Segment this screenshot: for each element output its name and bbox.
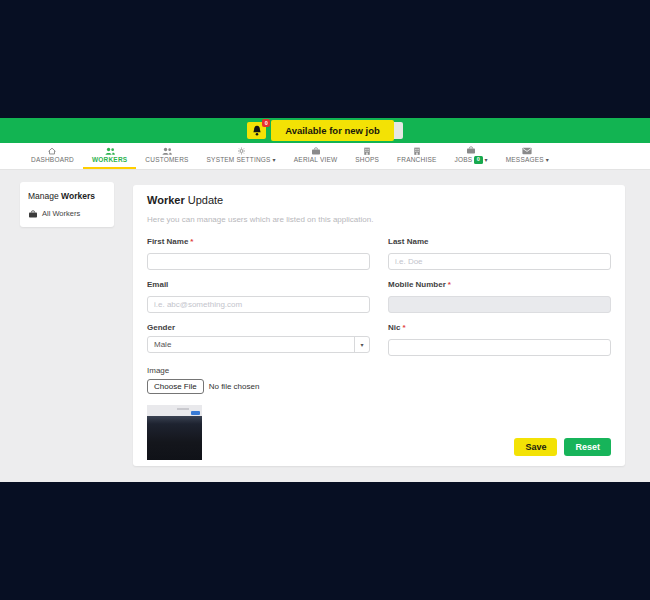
building-icon <box>413 147 421 155</box>
worker-image-preview <box>147 405 202 460</box>
field-last-name: Last Name <box>388 237 611 270</box>
email-field[interactable] <box>147 296 370 313</box>
sidebar-item-all-workers[interactable]: All Workers <box>28 209 106 218</box>
required-marker: * <box>402 323 405 332</box>
label-text: First Name <box>147 237 188 246</box>
envelope-icon <box>522 147 532 155</box>
page-title: Worker Update <box>147 194 611 206</box>
first-name-label: First Name* <box>147 237 370 246</box>
nav-item-label: SHOPS <box>355 157 379 164</box>
file-input-row: Choose File No file chosen <box>147 379 611 394</box>
required-marker: * <box>190 237 193 246</box>
notification-bell-button[interactable]: 0 <box>247 122 266 139</box>
field-first-name: First Name* <box>147 237 370 270</box>
page-title-normal: Update <box>185 194 224 206</box>
field-mobile-number: Mobile Number* <box>388 280 611 313</box>
nav-item-text: JOBS <box>454 157 472 164</box>
reset-button[interactable]: Reset <box>564 438 611 456</box>
email-label: Email <box>147 280 370 289</box>
sidebar-title-bold: Workers <box>61 191 95 201</box>
worker-update-form: First Name* Last Name Email Mobile Numbe… <box>147 237 611 356</box>
field-nic: Nic* <box>388 323 611 356</box>
nav-item-label: MESSAGES ▾ <box>506 157 549 164</box>
workers-icon <box>104 147 116 155</box>
last-name-label: Last Name <box>388 237 611 246</box>
briefcase-icon <box>311 147 321 155</box>
nav-item-system-settings[interactable]: SYSTEM SETTINGS ▾ <box>198 143 285 169</box>
nav-item-label: SYSTEM SETTINGS ▾ <box>207 157 276 164</box>
customers-icon <box>161 147 173 155</box>
sidebar-title-normal: Manage <box>28 191 61 201</box>
nav-item-text: MESSAGES <box>506 157 544 164</box>
save-button[interactable]: Save <box>514 438 557 456</box>
nav-item-label: DASHBOARD <box>31 157 74 164</box>
chevron-down-icon: ▾ <box>273 157 276 163</box>
field-email: Email <box>147 280 370 313</box>
form-actions: Save Reset <box>514 438 611 456</box>
available-for-job-button[interactable]: Available for new job <box>271 120 394 141</box>
availability-bar: 0 Available for new job <box>0 118 650 143</box>
home-icon <box>46 147 58 155</box>
chevron-down-icon: ▾ <box>546 157 549 163</box>
sidebar-title: Manage Workers <box>28 191 106 201</box>
nav-item-jobs[interactable]: JOBS 0 ▾ <box>445 143 496 169</box>
bell-icon <box>252 125 262 136</box>
nav-item-messages[interactable]: MESSAGES ▾ <box>497 143 558 169</box>
nav-item-shops[interactable]: SHOPS <box>346 143 388 169</box>
all-workers-briefcase-icon <box>28 210 38 218</box>
nav-item-workers[interactable]: WORKERS <box>83 143 136 169</box>
field-gender: Gender Male ▾ <box>147 323 370 356</box>
nav-item-label: JOBS 0 ▾ <box>454 156 487 164</box>
jobs-count-badge: 0 <box>474 156 482 164</box>
nic-label: Nic* <box>388 323 611 332</box>
mobile-number-input <box>388 296 611 313</box>
gender-select[interactable]: Male ▾ <box>147 336 370 353</box>
chevron-down-icon: ▾ <box>354 337 369 352</box>
label-text: Nic <box>388 323 400 332</box>
nic-input[interactable] <box>388 339 611 356</box>
content-area: Manage Workers All Workers Worker Update… <box>0 170 650 482</box>
preview-header <box>147 405 202 416</box>
chevron-down-icon: ▾ <box>485 157 488 163</box>
sidebar-item-label: All Workers <box>42 209 80 218</box>
nav-item-label: FRANCHISE <box>397 157 436 164</box>
nav-item-text: SYSTEM SETTINGS <box>207 157 271 164</box>
last-name-input[interactable] <box>388 253 611 270</box>
gender-label: Gender <box>147 323 370 332</box>
first-name-input[interactable] <box>147 253 370 270</box>
mobile-number-label: Mobile Number* <box>388 280 611 289</box>
page-title-bold: Worker <box>147 194 185 206</box>
nav-item-label: WORKERS <box>92 157 127 164</box>
worker-update-card: Worker Update Here you can manage users … <box>133 185 625 466</box>
bottom-navy-band <box>0 482 650 600</box>
preview-blue-chip <box>191 411 200 415</box>
manage-workers-sidebar: Manage Workers All Workers <box>20 182 114 227</box>
jobs-briefcase-icon <box>466 146 476 154</box>
choose-file-button[interactable]: Choose File <box>147 379 204 394</box>
gender-selected-value: Male <box>154 340 171 349</box>
nav-item-customers[interactable]: CUSTOMERS <box>136 143 197 169</box>
page-subtitle: Here you can manage users which are list… <box>147 215 611 224</box>
nav-item-franchise[interactable]: FRANCHISE <box>388 143 445 169</box>
shop-icon <box>363 147 371 155</box>
nav-item-label: CUSTOMERS <box>145 157 188 164</box>
notification-count-badge: 0 <box>262 119 270 127</box>
required-marker: * <box>448 280 451 289</box>
file-chosen-status: No file chosen <box>209 382 260 391</box>
top-navy-band <box>0 0 650 118</box>
preview-header-line <box>177 408 189 410</box>
nav-item-aerial-view[interactable]: AERIAL VIEW <box>285 143 347 169</box>
nav-item-label: AERIAL VIEW <box>294 157 338 164</box>
availability-bar-fragment <box>394 122 403 139</box>
gear-icon <box>237 147 246 155</box>
preview-body <box>147 416 202 460</box>
nav-item-dashboard[interactable]: DASHBOARD <box>22 143 83 169</box>
label-text: Mobile Number <box>388 280 446 289</box>
image-label: Image <box>147 366 611 375</box>
main-navbar: DASHBOARD WORKERS CUSTOMERS SYSTEM SETTI… <box>0 143 650 170</box>
